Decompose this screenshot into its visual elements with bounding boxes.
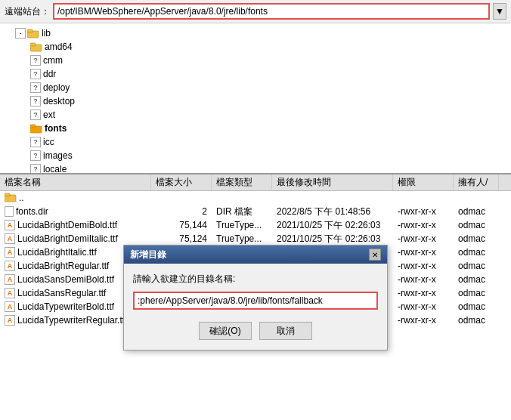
tree-item-label: images (43, 150, 73, 161)
dialog-input[interactable] (133, 292, 378, 310)
tree-item[interactable]: - lib (0, 26, 511, 40)
tree-item-label: cmm (43, 55, 63, 66)
tree-item[interactable]: amd64 (0, 40, 511, 54)
tree-item-label: lib (42, 28, 51, 39)
unknown-icon: ? (30, 82, 41, 93)
unknown-icon: ? (30, 96, 41, 107)
address-input[interactable] (53, 3, 490, 20)
file-panel: 檔案名稱 檔案大小 檔案類型 最後修改時間 權限 擁有人/ (0, 174, 511, 420)
tree-item[interactable]: ?deploy (0, 81, 511, 94)
dialog-body: 請輸入欲建立的目錄名稱: (124, 264, 387, 316)
unknown-icon: ? (30, 69, 41, 79)
tree-item[interactable]: ?cmm (0, 54, 511, 67)
address-dropdown[interactable]: ▼ (493, 3, 506, 20)
tree-item-label: amd64 (45, 42, 73, 52)
svg-rect-3 (30, 43, 36, 46)
tree-item[interactable]: ?icc (0, 135, 511, 149)
tree-item-label: icc (43, 137, 54, 147)
tree-item-label: fonts (45, 123, 67, 134)
tree-item[interactable]: fonts (0, 122, 511, 135)
svg-rect-5 (30, 125, 36, 128)
main-container: - lib amd64?cmm?ddr?deploy?desktop?ext f… (0, 23, 511, 420)
tree-item-label: locale (43, 164, 67, 173)
dialog-cancel-button[interactable]: 取消 (259, 322, 312, 340)
tree-item[interactable]: ?desktop (0, 94, 511, 108)
tree-item-label: ext (43, 110, 55, 120)
dialog-titlebar: 新增目錄 ✕ (124, 246, 387, 264)
folder-icon (30, 42, 42, 52)
tree-expander[interactable]: - (15, 28, 26, 39)
unknown-icon: ? (30, 110, 41, 120)
tree-item[interactable]: ?ext (0, 108, 511, 122)
dialog-confirm-button[interactable]: 確認(O) (199, 322, 252, 340)
unknown-icon: ? (30, 150, 41, 161)
address-bar: 遠端站台： ▼ (0, 0, 511, 23)
tree-item[interactable]: ?ddr (0, 67, 511, 81)
tree-item[interactable]: ?locale (0, 162, 511, 173)
tree-item[interactable]: ?images (0, 149, 511, 162)
tree-item-label: deploy (43, 82, 70, 93)
tree-content: - lib amd64?cmm?ddr?deploy?desktop?ext f… (0, 23, 511, 173)
unknown-icon: ? (30, 137, 41, 147)
dialog-prompt: 請輸入欲建立的目錄名稱: (133, 273, 378, 286)
tree-item-label: ddr (43, 69, 56, 79)
unknown-icon: ? (30, 164, 41, 173)
address-label: 遠端站台： (5, 5, 50, 18)
dialog-close-button[interactable]: ✕ (369, 249, 381, 261)
folder-icon (30, 123, 42, 134)
tree-item-label: desktop (43, 96, 75, 107)
dialog-title: 新增目錄 (130, 249, 166, 261)
folder-icon (27, 28, 39, 39)
tree-panel: - lib amd64?cmm?ddr?deploy?desktop?ext f… (0, 23, 511, 174)
dialog-overlay: 新增目錄 ✕ 請輸入欲建立的目錄名稱: 確認(O) 取消 (0, 174, 511, 420)
svg-rect-1 (27, 29, 33, 32)
unknown-icon: ? (30, 55, 41, 66)
dialog-box: 新增目錄 ✕ 請輸入欲建立的目錄名稱: 確認(O) 取消 (123, 245, 388, 351)
dialog-buttons: 確認(O) 取消 (124, 316, 387, 347)
